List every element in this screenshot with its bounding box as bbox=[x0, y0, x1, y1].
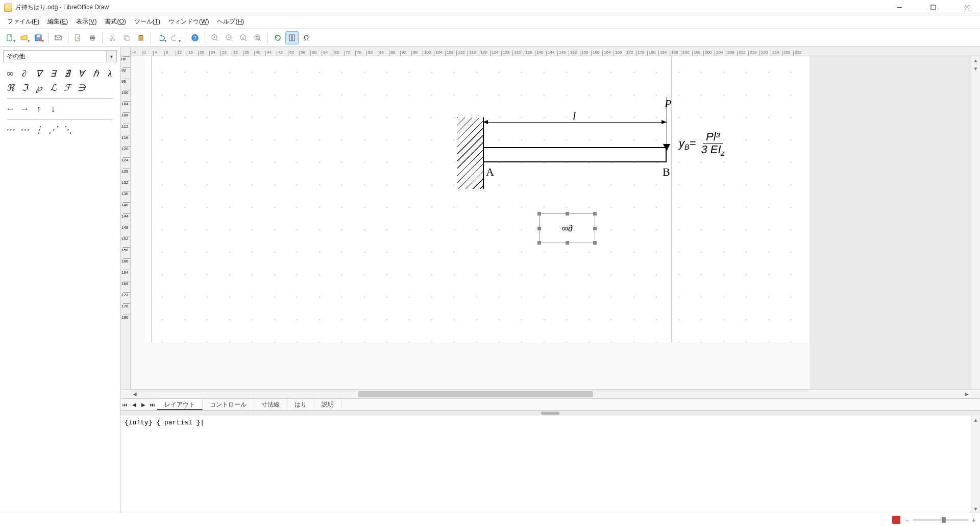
symbol-button[interactable]: ∀ bbox=[75, 67, 87, 80]
new-button[interactable] bbox=[3, 31, 16, 44]
symbol-button[interactable]: ∄ bbox=[61, 67, 74, 80]
resize-handle[interactable] bbox=[593, 241, 597, 245]
zoom-out-button[interactable]: − bbox=[905, 516, 910, 524]
scroll-left-icon[interactable]: ◀ bbox=[131, 391, 139, 397]
export-button[interactable] bbox=[71, 31, 85, 44]
resize-handle[interactable] bbox=[566, 241, 569, 245]
print-button[interactable] bbox=[86, 31, 99, 44]
vertical-scrollbar[interactable]: ▲ ▼ bbox=[971, 56, 980, 389]
symbol-button[interactable]: ℘ bbox=[33, 82, 45, 94]
menu-tools[interactable]: ツール(T) bbox=[130, 16, 164, 28]
resize-handle[interactable] bbox=[537, 227, 541, 230]
help-button[interactable]: ? bbox=[188, 31, 202, 44]
mail-button[interactable] bbox=[52, 31, 65, 44]
editor-vertical-scrollbar[interactable]: ▲ ▼ bbox=[971, 416, 980, 513]
selection-content: ∞∂ bbox=[561, 223, 573, 234]
symbol-button[interactable]: ℜ bbox=[4, 82, 16, 94]
scroll-down-icon[interactable]: ▼ bbox=[971, 505, 980, 513]
layer-tab[interactable]: 寸法線 bbox=[254, 399, 287, 410]
svg-rect-23 bbox=[256, 36, 258, 38]
scrollbar-thumb[interactable] bbox=[358, 391, 593, 397]
zoom-100-button[interactable]: 1 bbox=[237, 31, 250, 44]
tab-nav-next[interactable]: ▶ bbox=[139, 399, 148, 410]
layer-tab[interactable]: 説明 bbox=[314, 399, 341, 410]
scroll-right-icon[interactable]: ▶ bbox=[963, 391, 971, 397]
symbol-button[interactable]: λ bbox=[104, 67, 116, 80]
menu-edit[interactable]: 編集(E) bbox=[43, 16, 72, 28]
symbol-category-dropdown[interactable]: ▾ bbox=[3, 50, 117, 62]
drawing-canvas[interactable]: l P A B yB= Pl³ 3 EIz ∞∂ bbox=[131, 56, 971, 389]
redo-button[interactable] bbox=[168, 31, 182, 44]
symbol-button[interactable]: ℱ bbox=[61, 82, 74, 94]
pane-splitter[interactable] bbox=[120, 411, 980, 416]
svg-text:1: 1 bbox=[242, 36, 244, 39]
paste-button[interactable] bbox=[134, 31, 148, 44]
layer-tab[interactable]: はり bbox=[287, 399, 314, 410]
symbol-button[interactable]: ⋱ bbox=[61, 124, 74, 136]
formula-editor-input[interactable] bbox=[120, 416, 971, 513]
symbol-button[interactable]: ℏ bbox=[89, 67, 102, 80]
open-button[interactable] bbox=[17, 31, 31, 44]
symbol-button[interactable]: ← bbox=[4, 103, 16, 115]
symbol-button[interactable]: ⋮ bbox=[33, 124, 45, 136]
selected-formula-object[interactable]: ∞∂ bbox=[539, 213, 595, 243]
cut-button[interactable] bbox=[106, 31, 119, 44]
formula-cursor-button[interactable] bbox=[285, 31, 299, 44]
symbol-button[interactable]: ↓ bbox=[47, 103, 59, 115]
zoom-in-button[interactable] bbox=[208, 31, 222, 44]
menu-file[interactable]: ファイル(F) bbox=[3, 16, 43, 28]
resize-handle[interactable] bbox=[593, 212, 597, 216]
zoom-fit-button[interactable] bbox=[251, 31, 264, 44]
horizontal-ruler[interactable]: -404812162024283236404448525660646872768… bbox=[131, 47, 971, 56]
symbol-button[interactable]: ∋ bbox=[76, 82, 88, 94]
menu-view[interactable]: 表示(V) bbox=[72, 16, 101, 28]
save-button[interactable] bbox=[32, 31, 45, 44]
menu-window[interactable]: ウィンドウ(W) bbox=[164, 16, 213, 28]
symbols-button[interactable]: Ω bbox=[300, 31, 313, 44]
resize-handle[interactable] bbox=[593, 227, 597, 230]
symbol-button[interactable]: ⋯ bbox=[18, 124, 31, 136]
scroll-up-icon[interactable]: ▲ bbox=[971, 416, 980, 424]
horizontal-scrollbar[interactable]: ◀ ▶ bbox=[120, 389, 980, 398]
symbol-button[interactable]: ⋰ bbox=[47, 124, 59, 136]
copy-button[interactable] bbox=[120, 31, 133, 44]
menu-help[interactable]: ヘルプ(H) bbox=[213, 16, 248, 28]
symbol-category-input[interactable] bbox=[4, 51, 106, 62]
refresh-button[interactable] bbox=[271, 31, 284, 44]
window-close-button[interactable] bbox=[958, 2, 976, 14]
symbol-button[interactable]: ∂ bbox=[18, 67, 31, 80]
layer-tab[interactable]: レイアウト bbox=[157, 399, 203, 410]
zoom-slider[interactable] bbox=[913, 519, 969, 521]
symbol-button[interactable]: ∃ bbox=[47, 67, 59, 80]
symbol-button[interactable]: ↑ bbox=[33, 103, 45, 115]
window-maximize-button[interactable] bbox=[924, 2, 942, 14]
load-label-p: P bbox=[665, 97, 671, 110]
dropdown-arrow-icon[interactable]: ▾ bbox=[106, 51, 116, 62]
fixed-support-hatching bbox=[457, 117, 483, 189]
main-toolbar: ? 1 Ω bbox=[0, 29, 980, 47]
menu-format[interactable]: 書式(O) bbox=[101, 16, 130, 28]
symbol-button[interactable]: ∞ bbox=[4, 67, 16, 80]
scroll-down-icon[interactable]: ▼ bbox=[971, 64, 980, 73]
load-arrow-icon bbox=[663, 144, 670, 151]
symbol-button[interactable]: → bbox=[18, 103, 31, 115]
layer-tab[interactable]: コントロール bbox=[203, 399, 254, 410]
deflection-formula: yB= Pl³ 3 EIz bbox=[679, 131, 728, 158]
symbol-button[interactable]: ∇ bbox=[33, 67, 45, 80]
tab-nav-last[interactable]: ⏭ bbox=[148, 399, 157, 410]
symbol-button[interactable]: ℒ bbox=[47, 82, 59, 94]
resize-handle[interactable] bbox=[566, 212, 569, 216]
vertical-ruler[interactable]: 8892961001041081121161201241281321361401… bbox=[120, 56, 131, 389]
window-minimize-button[interactable] bbox=[890, 2, 909, 14]
zoom-out-button[interactable] bbox=[223, 31, 236, 44]
symbol-button[interactable]: ⋯ bbox=[4, 124, 16, 136]
scroll-up-icon[interactable]: ▲ bbox=[971, 56, 980, 64]
tab-nav-first[interactable]: ⏮ bbox=[120, 399, 130, 410]
tab-nav-prev[interactable]: ◀ bbox=[130, 399, 139, 410]
resize-handle[interactable] bbox=[537, 212, 541, 216]
pdf-export-icon[interactable] bbox=[892, 516, 900, 524]
undo-button[interactable] bbox=[154, 31, 167, 44]
zoom-in-button[interactable]: + bbox=[972, 516, 976, 524]
resize-handle[interactable] bbox=[537, 241, 541, 245]
symbol-button[interactable]: ℑ bbox=[18, 82, 31, 94]
